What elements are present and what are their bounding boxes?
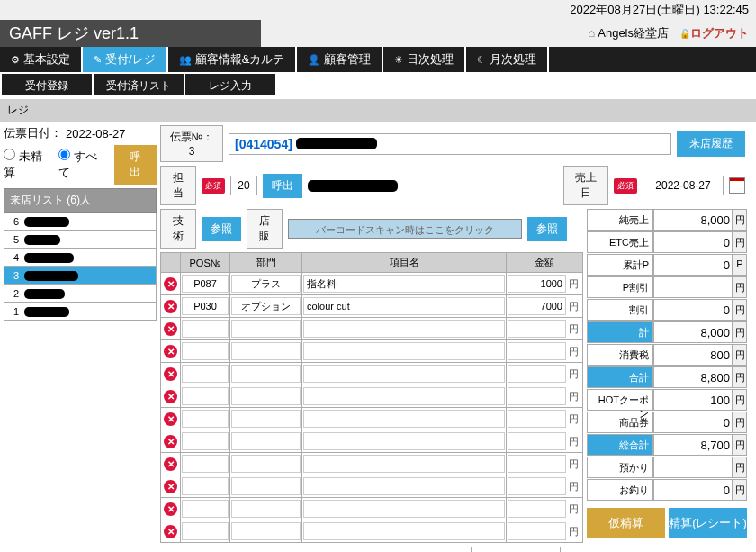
amount-input[interactable] bbox=[508, 432, 566, 450]
amount-input[interactable] bbox=[508, 275, 566, 293]
dept-input[interactable] bbox=[231, 522, 301, 540]
delete-row-button[interactable]: ✕ bbox=[164, 277, 177, 291]
pos-input[interactable] bbox=[182, 500, 229, 518]
dept-input[interactable] bbox=[231, 365, 301, 383]
pos-input[interactable] bbox=[182, 455, 229, 473]
provisional-settle-button[interactable]: 仮精算 bbox=[587, 508, 665, 538]
visit-list-item[interactable]: 6 bbox=[4, 213, 157, 231]
total-input[interactable] bbox=[656, 416, 730, 430]
subnav-0[interactable]: 受付登録 bbox=[2, 74, 92, 95]
subnav-2[interactable]: レジ入力 bbox=[185, 74, 275, 95]
total-value[interactable] bbox=[653, 231, 733, 253]
nav-tab-5[interactable]: ☾月次処理 bbox=[466, 47, 549, 72]
visit-list-item[interactable]: 2 bbox=[4, 285, 157, 303]
nav-tab-3[interactable]: 👤顧客管理 bbox=[297, 47, 383, 72]
item-input[interactable] bbox=[303, 297, 505, 315]
sale-date-input[interactable] bbox=[643, 176, 724, 195]
delete-row-button[interactable]: ✕ bbox=[164, 322, 177, 336]
total-value[interactable] bbox=[653, 457, 733, 478]
amount-input[interactable] bbox=[508, 455, 566, 473]
total-input[interactable] bbox=[656, 394, 730, 407]
barcode-input[interactable]: バーコードスキャン時はここをクリック bbox=[288, 219, 522, 239]
radio-all[interactable]: すべて bbox=[58, 149, 108, 181]
dept-input[interactable] bbox=[231, 410, 301, 428]
staff-call-button[interactable]: 呼出 bbox=[263, 174, 302, 198]
item-input[interactable] bbox=[303, 387, 505, 405]
pos-input[interactable] bbox=[182, 477, 229, 495]
item-input[interactable] bbox=[303, 455, 505, 473]
staff-no-input[interactable] bbox=[230, 176, 257, 195]
calendar-icon[interactable] bbox=[729, 177, 745, 194]
shop-ref-button[interactable]: 参照 bbox=[527, 217, 567, 241]
delete-row-button[interactable]: ✕ bbox=[164, 345, 177, 358]
total-input[interactable] bbox=[656, 281, 730, 294]
total-value[interactable] bbox=[653, 412, 733, 433]
pos-input[interactable] bbox=[182, 342, 229, 360]
amount-input[interactable] bbox=[508, 365, 566, 383]
visit-list-item[interactable]: 3 bbox=[4, 267, 157, 285]
pos-input[interactable] bbox=[182, 365, 229, 383]
delete-row-button[interactable]: ✕ bbox=[164, 435, 177, 448]
tech-ref-button[interactable]: 参照 bbox=[202, 217, 241, 241]
nav-tab-2[interactable]: 👥顧客情報&カルテ bbox=[168, 47, 298, 72]
item-input[interactable] bbox=[303, 320, 505, 338]
pos-input[interactable] bbox=[182, 275, 229, 293]
item-input[interactable] bbox=[303, 275, 505, 293]
amount-input[interactable] bbox=[508, 387, 566, 405]
history-button[interactable]: 来店履歴 bbox=[677, 131, 745, 157]
dept-input[interactable] bbox=[231, 320, 301, 338]
dept-input[interactable] bbox=[231, 387, 301, 405]
item-input[interactable] bbox=[303, 365, 505, 383]
delete-row-button[interactable]: ✕ bbox=[164, 390, 177, 403]
amount-input[interactable] bbox=[508, 320, 566, 338]
pos-input[interactable] bbox=[182, 410, 229, 428]
total-value[interactable] bbox=[653, 299, 733, 321]
pos-input[interactable] bbox=[182, 297, 229, 315]
visit-list-item[interactable]: 1 bbox=[4, 303, 157, 321]
delete-row-button[interactable]: ✕ bbox=[164, 525, 177, 538]
item-input[interactable] bbox=[303, 522, 505, 540]
total-input[interactable] bbox=[656, 236, 730, 249]
subnav-1[interactable]: 受付済リスト bbox=[94, 74, 184, 95]
settle-receipt-button[interactable]: 精算(レシート) bbox=[669, 508, 747, 538]
pos-input[interactable] bbox=[182, 522, 229, 540]
delete-row-button[interactable]: ✕ bbox=[164, 367, 177, 381]
logout-link[interactable]: ログアウト bbox=[680, 25, 749, 41]
amount-input[interactable] bbox=[508, 477, 566, 495]
dept-input[interactable] bbox=[231, 297, 301, 315]
visit-list-item[interactable]: 5 bbox=[4, 231, 157, 249]
amount-input[interactable] bbox=[508, 297, 566, 315]
nav-tab-0[interactable]: ⚙基本設定 bbox=[0, 47, 83, 72]
call-button[interactable]: 呼 出 bbox=[114, 145, 157, 185]
amount-input[interactable] bbox=[508, 500, 566, 518]
nav-tab-1[interactable]: ✎受付/レジ bbox=[83, 47, 168, 72]
radio-unsettled[interactable]: 未精算 bbox=[4, 149, 53, 181]
dept-input[interactable] bbox=[231, 477, 301, 495]
total-value[interactable] bbox=[653, 389, 733, 411]
dept-input[interactable] bbox=[231, 455, 301, 473]
dept-input[interactable] bbox=[231, 500, 301, 518]
total-value[interactable] bbox=[653, 276, 733, 298]
total-input[interactable] bbox=[656, 303, 730, 317]
delete-row-button[interactable]: ✕ bbox=[164, 300, 177, 313]
dept-input[interactable] bbox=[231, 432, 301, 450]
visit-list-item[interactable]: 4 bbox=[4, 249, 157, 267]
pos-input[interactable] bbox=[182, 387, 229, 405]
customer-field[interactable]: [0414054] bbox=[229, 133, 671, 155]
item-input[interactable] bbox=[303, 410, 505, 428]
delete-row-button[interactable]: ✕ bbox=[164, 480, 177, 493]
pos-input[interactable] bbox=[182, 432, 229, 450]
item-input[interactable] bbox=[303, 432, 505, 450]
dept-input[interactable] bbox=[231, 342, 301, 360]
item-input[interactable] bbox=[303, 500, 505, 518]
pos-input[interactable] bbox=[182, 320, 229, 338]
delete-row-button[interactable]: ✕ bbox=[164, 412, 177, 426]
delete-row-button[interactable]: ✕ bbox=[164, 502, 177, 516]
total-input[interactable] bbox=[656, 461, 730, 475]
dept-input[interactable] bbox=[231, 275, 301, 293]
item-input[interactable] bbox=[303, 477, 505, 495]
nav-tab-4[interactable]: ☀日次処理 bbox=[383, 47, 466, 72]
amount-input[interactable] bbox=[508, 342, 566, 360]
amount-input[interactable] bbox=[508, 410, 566, 428]
item-input[interactable] bbox=[303, 342, 505, 360]
